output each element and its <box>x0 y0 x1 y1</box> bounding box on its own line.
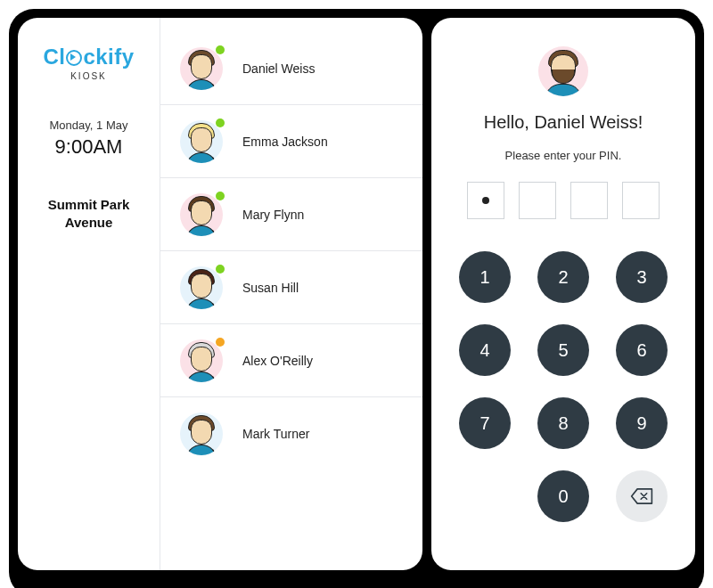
keypad-key-8[interactable]: 8 <box>537 397 589 449</box>
avatar <box>180 339 223 382</box>
backspace-icon <box>630 487 653 505</box>
brand-subtitle: KIOSK <box>70 71 107 81</box>
date-label: Monday, 1 May <box>50 118 128 132</box>
greeting-text: Hello, Daniel Weiss! <box>484 112 643 133</box>
keypad-key-backspace[interactable] <box>616 470 668 522</box>
datetime: Monday, 1 May 9:00AM <box>50 118 128 159</box>
status-indicator <box>216 265 225 274</box>
user-name-label: Alex O'Reilly <box>242 354 313 368</box>
time-label: 9:00AM <box>50 135 128 159</box>
avatar <box>180 193 223 236</box>
status-indicator <box>216 45 225 54</box>
location-line-2: Avenue <box>48 214 130 232</box>
keypad-key-blank <box>459 470 511 522</box>
pin-header: Hello, Daniel Weiss! Please enter your P… <box>467 18 660 219</box>
brand-wordmark: Cl ckify <box>43 45 134 69</box>
keypad-key-9[interactable]: 9 <box>616 397 668 449</box>
user-name-label: Emma Jackson <box>242 135 328 149</box>
pin-prompt: Please enter your PIN. <box>505 149 622 162</box>
kiosk-list-screen: Cl ckify KIOSK Monday, 1 May 9:00AM Summ… <box>18 18 422 570</box>
keypad-key-6[interactable]: 6 <box>616 324 668 376</box>
brand-name-pre: Cl <box>43 45 65 69</box>
kiosk-pin-screen: Hello, Daniel Weiss! Please enter your P… <box>431 18 695 570</box>
avatar <box>180 120 223 163</box>
avatar <box>180 47 223 90</box>
user-list: Daniel WeissEmma JacksonMary FlynnSusan … <box>160 18 422 570</box>
clock-icon <box>66 50 82 66</box>
keypad-key-4[interactable]: 4 <box>459 324 511 376</box>
status-indicator <box>216 192 225 200</box>
avatar <box>180 266 223 309</box>
status-indicator <box>216 118 225 127</box>
user-row[interactable]: Daniel Weiss <box>160 32 422 105</box>
user-row[interactable]: Mark Turner <box>160 397 422 470</box>
user-name-label: Mark Turner <box>242 427 309 441</box>
user-row[interactable]: Susan Hill <box>160 251 422 324</box>
user-row[interactable]: Emma Jackson <box>160 105 422 178</box>
keypad-key-1[interactable]: 1 <box>459 251 511 303</box>
pin-digit-box <box>570 182 608 219</box>
brand-logo: Cl ckify KIOSK <box>43 45 134 81</box>
pin-digit-box <box>519 182 556 219</box>
user-row[interactable]: Alex O'Reilly <box>160 324 422 397</box>
pin-digit-box <box>622 182 660 219</box>
pin-digit-box <box>467 182 504 219</box>
keypad-key-0[interactable]: 0 <box>537 470 589 522</box>
user-name-label: Mary Flynn <box>242 208 304 222</box>
selected-user-avatar <box>538 46 588 96</box>
avatar <box>180 412 223 455</box>
pin-input[interactable] <box>467 182 660 219</box>
keypad-key-3[interactable]: 3 <box>616 251 668 303</box>
brand-name-post: ckify <box>83 45 134 69</box>
location-name: Summit Park Avenue <box>48 196 130 233</box>
user-row[interactable]: Mary Flynn <box>160 178 422 251</box>
location-line-1: Summit Park <box>48 196 130 214</box>
pin-dot-icon <box>482 197 489 204</box>
keypad-key-7[interactable]: 7 <box>459 397 511 449</box>
user-name-label: Daniel Weiss <box>242 61 315 76</box>
keypad-key-2[interactable]: 2 <box>537 251 589 303</box>
user-name-label: Susan Hill <box>242 281 299 295</box>
sidebar: Cl ckify KIOSK Monday, 1 May 9:00AM Summ… <box>18 18 160 570</box>
keypad-key-5[interactable]: 5 <box>537 324 589 376</box>
keypad: 1234567890 <box>459 251 668 522</box>
status-indicator <box>216 338 225 347</box>
